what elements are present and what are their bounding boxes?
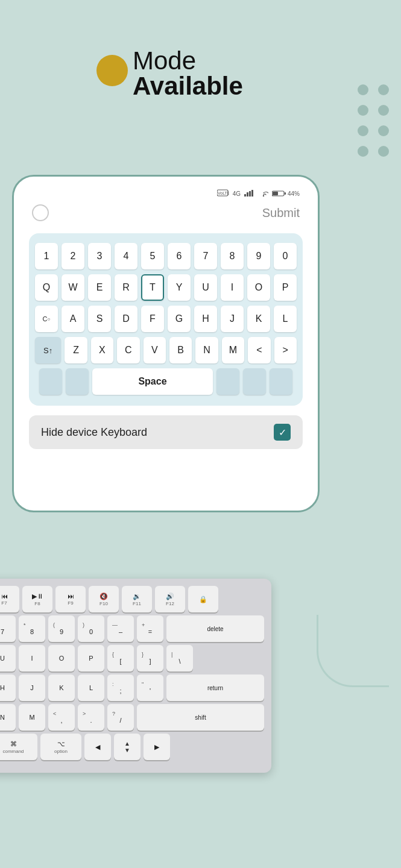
pk-key-7[interactable]: & 7 xyxy=(0,615,16,642)
key-3[interactable]: 3 xyxy=(88,243,111,269)
pk-key-0[interactable]: ) 0 xyxy=(78,615,104,642)
pk-key-n[interactable]: N xyxy=(0,704,16,731)
key-f[interactable]: F xyxy=(141,306,164,332)
key-2[interactable]: 2 xyxy=(62,243,84,269)
pk-key-comma[interactable]: < , xyxy=(48,704,75,731)
key-v[interactable]: V xyxy=(144,337,166,363)
key-8[interactable]: 8 xyxy=(221,243,244,269)
key-7[interactable]: 7 xyxy=(194,243,217,269)
pk-key-command[interactable]: ⌘ command xyxy=(0,734,37,760)
hide-keyboard-checkbox[interactable]: ✓ xyxy=(274,424,291,441)
pk-key-m[interactable]: M xyxy=(19,704,45,731)
key-d[interactable]: D xyxy=(115,306,137,332)
key-w[interactable]: W xyxy=(62,274,84,301)
key-extra-right1[interactable] xyxy=(216,368,239,395)
pk-key-f7[interactable]: ⏮ F7 xyxy=(0,586,19,612)
pk-key-right-arrow[interactable]: ▶ xyxy=(144,734,170,760)
key-less-than[interactable]: < xyxy=(248,337,270,363)
pk-key-o[interactable]: O xyxy=(48,645,75,671)
key-x[interactable]: X xyxy=(91,337,113,363)
dot xyxy=(378,84,389,95)
key-extra-left2[interactable] xyxy=(66,368,89,395)
pk-key-9[interactable]: ( 9 xyxy=(48,615,75,642)
key-4[interactable]: 4 xyxy=(115,243,137,269)
key-g[interactable]: G xyxy=(168,306,191,332)
pk-key-j[interactable]: J xyxy=(19,675,45,701)
signal-4g: 4G xyxy=(233,190,241,197)
key-e[interactable]: E xyxy=(88,274,111,301)
pk-key-shift[interactable]: shift xyxy=(137,704,264,731)
key-j[interactable]: J xyxy=(221,306,244,332)
pk-key-period[interactable]: > . xyxy=(78,704,104,731)
key-9[interactable]: 9 xyxy=(247,243,270,269)
key-6[interactable]: 6 xyxy=(168,243,191,269)
pk-key-i[interactable]: I xyxy=(19,645,45,671)
pk-key-lbrace[interactable]: { [ xyxy=(107,645,134,671)
key-o[interactable]: O xyxy=(247,274,270,301)
pk-key-return[interactable]: return xyxy=(166,675,264,701)
pk-key-option[interactable]: ⌥ option xyxy=(40,734,81,760)
key-q[interactable]: Q xyxy=(35,274,58,301)
pk-key-f10[interactable]: 🔇 F10 xyxy=(89,586,119,612)
key-1[interactable]: 1 xyxy=(35,243,58,269)
decorative-dots xyxy=(358,84,389,157)
pk-key-up-down-arrows[interactable]: ▲ ▼ xyxy=(114,734,141,760)
key-shift[interactable]: S↑ xyxy=(35,337,61,363)
key-space[interactable]: Space xyxy=(92,368,213,395)
key-z[interactable]: Z xyxy=(65,337,87,363)
key-greater-than[interactable]: > xyxy=(274,337,297,363)
key-0[interactable]: 0 xyxy=(274,243,297,269)
key-i[interactable]: I xyxy=(221,274,244,301)
dot xyxy=(358,105,368,116)
pk-key-backslash[interactable]: | \ xyxy=(166,645,193,671)
physical-keyboard: ⏮ F7 ▶⏸ F8 ⏭ F9 🔇 F10 🔉 F11 🔊 F12 🔒 & xyxy=(0,579,271,773)
keyboard-row-space: Space xyxy=(35,368,297,395)
svg-rect-5 xyxy=(251,190,253,197)
key-l[interactable]: L xyxy=(274,306,297,332)
key-extra-right2[interactable] xyxy=(243,368,266,395)
battery-indicator: 44% xyxy=(272,190,300,197)
key-y[interactable]: Y xyxy=(168,274,191,301)
key-m[interactable]: M xyxy=(222,337,244,363)
key-n[interactable]: N xyxy=(195,337,218,363)
key-p[interactable]: P xyxy=(274,274,297,301)
signal-icon xyxy=(244,189,255,197)
key-k[interactable]: K xyxy=(247,306,270,332)
key-extra-right3[interactable] xyxy=(270,368,292,395)
pk-key-delete[interactable]: delete xyxy=(166,615,264,642)
pk-key-quote[interactable]: " ' xyxy=(137,675,163,701)
status-bar: VoLTE 4G 44% xyxy=(26,189,306,198)
key-a[interactable]: A xyxy=(62,306,84,332)
submit-button[interactable]: Submit xyxy=(262,206,300,220)
pk-key-lock[interactable]: 🔒 xyxy=(188,586,218,612)
key-c[interactable]: C xyxy=(117,337,139,363)
pk-key-8[interactable]: * 8 xyxy=(19,615,45,642)
key-caps-lock[interactable]: C○ xyxy=(35,306,58,332)
pk-key-minus[interactable]: — – xyxy=(107,615,134,642)
hide-keyboard-row: Hide device Keyboard ✓ xyxy=(29,415,303,449)
pk-key-slash[interactable]: ? / xyxy=(107,704,134,731)
key-t[interactable]: T xyxy=(141,274,164,301)
pk-key-f9[interactable]: ⏭ F9 xyxy=(55,586,86,612)
pk-key-left-arrow[interactable]: ◀ xyxy=(84,734,111,760)
key-5[interactable]: 5 xyxy=(141,243,164,269)
key-h[interactable]: H xyxy=(194,306,217,332)
key-b[interactable]: B xyxy=(169,337,192,363)
pk-key-f12[interactable]: 🔊 F12 xyxy=(155,586,185,612)
pk-key-f11[interactable]: 🔉 F11 xyxy=(122,586,152,612)
key-s[interactable]: S xyxy=(88,306,111,332)
key-extra-left[interactable] xyxy=(39,368,62,395)
pk-key-l[interactable]: L xyxy=(78,675,104,701)
pk-key-f8[interactable]: ▶⏸ F8 xyxy=(22,586,52,612)
key-u[interactable]: U xyxy=(194,274,217,301)
pk-key-semicolon[interactable]: : ; xyxy=(107,675,134,701)
pk-key-h[interactable]: H xyxy=(0,675,16,701)
key-r[interactable]: R xyxy=(115,274,137,301)
pk-row-u: U I O P { [ } ] | \ xyxy=(0,645,264,671)
pk-key-u[interactable]: U xyxy=(0,645,16,671)
pk-key-k[interactable]: K xyxy=(48,675,75,701)
pk-key-p[interactable]: P xyxy=(78,645,104,671)
svg-rect-8 xyxy=(273,192,278,195)
pk-key-rbrace[interactable]: } ] xyxy=(137,645,163,671)
pk-key-equals[interactable]: + = xyxy=(137,615,163,642)
